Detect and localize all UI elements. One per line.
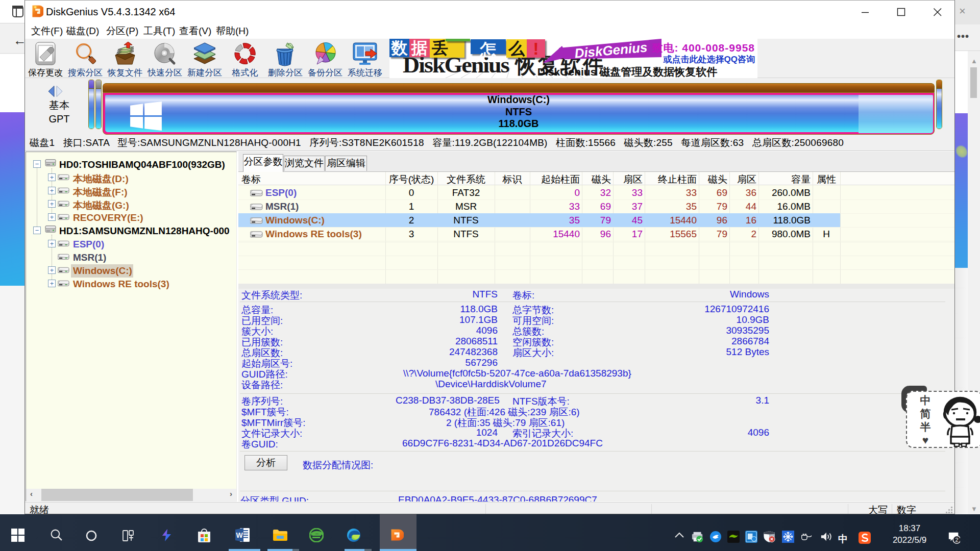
svg-text:W: W (236, 531, 243, 539)
svg-text:2: 2 (955, 537, 958, 543)
